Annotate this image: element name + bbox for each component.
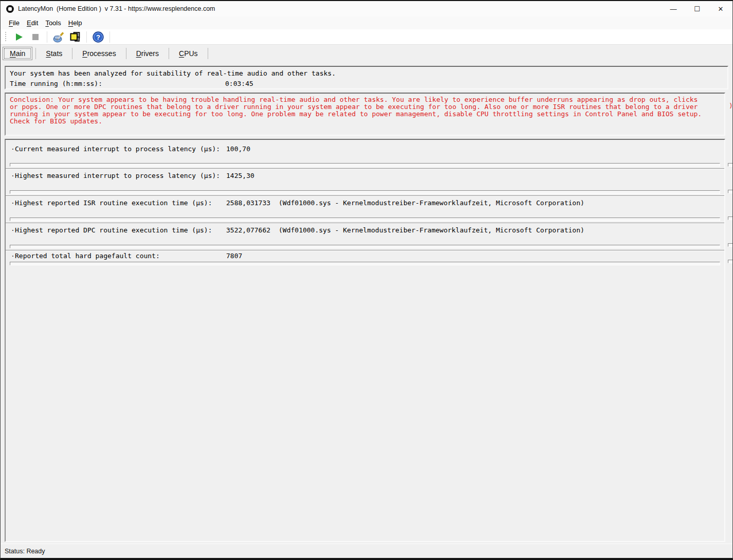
tab-separator (126, 48, 126, 59)
tab-separator (169, 48, 169, 59)
tab-accelerator: D (136, 49, 141, 58)
stop-monitor-button[interactable] (29, 30, 42, 44)
bullet: · (11, 172, 15, 179)
window-controls: — ☐ ✕ (662, 1, 732, 16)
measurement-text: ·Highest measured interrupt to process l… (11, 172, 719, 179)
clipped-text-fragment: ) (729, 102, 733, 110)
time-running-value: 0:03:45 (225, 80, 253, 87)
menu-item-label: elp (73, 19, 82, 27)
measurement-row: ·Highest measured interrupt to process l… (6, 168, 724, 195)
measurement-value: 2588,031733 (226, 199, 271, 207)
bullet: · (11, 199, 15, 207)
tab-processes[interactable]: Processes (76, 47, 122, 60)
window-title: LatencyMon (Home Edition ) v 7.31 - http… (18, 5, 215, 12)
toolbar-separator (47, 31, 47, 43)
status-bar: Status: Ready (1, 544, 732, 558)
menu-item-label: ile (13, 19, 20, 27)
conclusion-line: running in your system appear to be exec… (10, 111, 720, 118)
toolbar-separator (109, 31, 110, 43)
run-monitor-button[interactable] (12, 30, 26, 44)
measurement-detail: (Wdf01000.sys - Kernelmodustreiber-Frame… (279, 226, 584, 234)
tab-label: PUs (184, 49, 197, 58)
tab-label: ain (16, 49, 26, 58)
menu-item-file[interactable]: File (5, 17, 23, 28)
measurement-row: ·Reported total hard pagefault count:780… (6, 250, 724, 267)
panel-filler (6, 267, 724, 541)
status-text: Status: Ready (5, 548, 45, 555)
minimize-button[interactable]: — (662, 1, 685, 16)
measurement-value: 1425,30 (226, 172, 271, 179)
tab-accelerator: M (10, 49, 16, 58)
help-button[interactable]: ? (91, 30, 105, 44)
latencymon-window: LatencyMon (Home Edition ) v 7.31 - http… (0, 0, 733, 560)
conclusion-line: or pops. One or more DPC routines that b… (10, 103, 720, 111)
clipped-bar-fragment (728, 190, 733, 193)
copy-report-icon (69, 31, 81, 43)
latency-progress-bar (10, 245, 720, 248)
measurement-text: ·Highest reported ISR routine execution … (11, 199, 719, 207)
measurement-row: ·Current measured interrupt to process l… (6, 140, 724, 168)
measurement-detail: (Wdf01000.sys - Kernelmodustreiber-Frame… (279, 199, 584, 207)
stop-monitor-icon (30, 32, 41, 42)
measurement-value: 100,70 (226, 145, 271, 153)
measurement-value: 3522,077662 (226, 226, 271, 234)
tab-accelerator: P (82, 49, 87, 58)
clipped-bar-fragment (728, 243, 733, 247)
bullet: · (11, 226, 15, 234)
tab-stats[interactable]: Stats (39, 47, 69, 60)
menu-item-tools[interactable]: Tools (42, 17, 64, 28)
tab-separator (72, 48, 72, 59)
toolbar: ? (1, 29, 732, 45)
run-monitor-icon (14, 32, 24, 42)
clipped-bar-fragment (728, 260, 733, 263)
menu-item-label: ools (49, 19, 61, 27)
menu-item-label: dit (31, 19, 39, 27)
menu-bar: FileEditToolsHelp (1, 16, 732, 29)
measurement-value: 7807 (226, 252, 271, 260)
conclusion-line: Conclusion: Your system appears to be ha… (10, 96, 720, 103)
latency-progress-bar (10, 163, 720, 167)
menu-item-accelerator: H (68, 19, 73, 27)
measurement-label: Highest reported ISR routine execution t… (15, 199, 226, 207)
measurement-label: Current measured interrupt to process la… (15, 145, 226, 153)
tab-main[interactable]: Main (3, 47, 32, 60)
tab-accelerator: S (46, 49, 50, 58)
latency-progress-bar (10, 190, 720, 194)
menu-item-edit[interactable]: Edit (23, 17, 42, 28)
tab-accelerator: C (179, 49, 184, 58)
analysis-summary-line: Your system has been analyzed for suitab… (10, 68, 723, 79)
bullet: · (11, 252, 15, 260)
toolbar-gripper[interactable] (5, 32, 7, 42)
svg-text:?: ? (96, 33, 100, 41)
time-running-label: Time running (h:mm:ss): (10, 79, 225, 89)
measurement-text: ·Highest reported DPC routine execution … (11, 226, 719, 234)
measurement-row: ·Highest reported ISR routine execution … (6, 195, 724, 223)
measurement-label: Reported total hard pagefault count: (15, 252, 226, 260)
copy-report-button[interactable] (68, 30, 82, 44)
measurement-text: ·Current measured interrupt to process l… (11, 145, 719, 153)
title-bar: LatencyMon (Home Edition ) v 7.31 - http… (1, 1, 732, 16)
options-button[interactable] (52, 30, 65, 44)
tab-separator (208, 48, 208, 59)
latency-progress-bar (10, 262, 720, 265)
close-button[interactable]: ✕ (709, 1, 732, 16)
measurement-label: Highest measured interrupt to process la… (15, 172, 226, 179)
measurements-panel: ·Current measured interrupt to process l… (5, 139, 725, 542)
menu-item-accelerator: E (27, 19, 31, 27)
clipped-bar-fragment (728, 163, 733, 167)
bullet: · (11, 145, 15, 153)
maximize-button[interactable]: ☐ (685, 1, 709, 16)
options-icon (52, 31, 65, 43)
tab-label: rocesses (87, 49, 116, 58)
conclusion-box: Conclusion: Your system appears to be ha… (5, 93, 725, 136)
menu-item-help[interactable]: Help (65, 17, 86, 28)
tab-cpus[interactable]: CPUs (172, 47, 205, 60)
app-icon (6, 5, 14, 13)
tab-drivers[interactable]: Drivers (130, 47, 166, 60)
help-icon: ? (92, 31, 104, 43)
tab-label: rivers (141, 49, 159, 58)
measurement-row: ·Highest reported DPC routine execution … (6, 223, 724, 250)
measurement-label: Highest reported DPC routine execution t… (15, 226, 226, 234)
tab-label: tats (51, 49, 63, 58)
clipped-bar-fragment (728, 216, 733, 220)
